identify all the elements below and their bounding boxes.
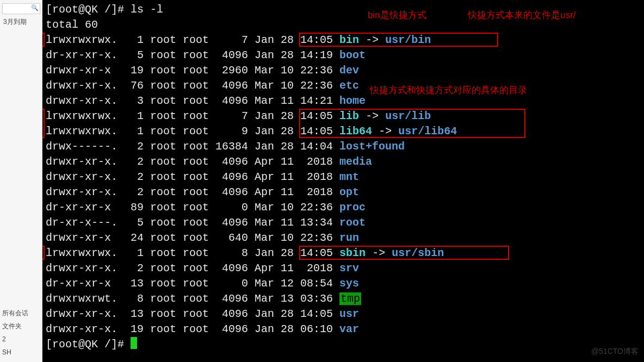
ls-row: drwxr-xr-x. 2 root root 4096 Apr 11 2018… — [46, 170, 644, 185]
ls-row: drwxrwxrwt. 8 root root 4096 Mar 13 03:3… — [46, 291, 644, 307]
ls-row: dr-xr-x---. 5 root root 4096 Mar 11 13:3… — [46, 215, 644, 230]
highlight-box-l-lib — [42, 109, 45, 138]
sidebar-bottom: 所有会话 文件夹 2 SH — [0, 307, 42, 362]
ls-row: drwxr-xr-x. 3 root root 4096 Mar 11 14:2… — [46, 93, 644, 109]
ls-row: lrwxrwxrwx. 1 root root 7 Jan 28 14:05 l… — [46, 109, 644, 124]
sidebar-item-sh[interactable]: SH — [0, 346, 42, 359]
watermark: @51CTO博客 — [591, 344, 639, 359]
sidebar-item-sessions[interactable]: 所有会话 — [0, 307, 42, 320]
ls-row: dr-xr-xr-x 13 root root 0 Mar 12 08:54 s… — [46, 276, 644, 291]
total-line: total 60 — [46, 17, 644, 33]
sidebar-top: 3月到期 — [0, 0, 42, 30]
ls-row: drwxr-xr-x. 2 root root 4096 Apr 11 2018… — [46, 185, 644, 200]
ls-row: drwxr-xr-x. 13 root root 4096 Jan 28 14:… — [46, 307, 644, 322]
sidebar: 3月到期 所有会话 文件夹 2 SH — [0, 0, 42, 362]
ls-row: drwxr-xr-x. 19 root root 4096 Jan 28 06:… — [46, 322, 644, 337]
search-input[interactable] — [2, 3, 40, 14]
ls-row: dr-xr-xr-x 89 root root 0 Mar 10 22:36 p… — [46, 200, 644, 215]
prompt-line: [root@QK /]# — [46, 337, 644, 352]
sidebar-item-folder[interactable]: 文件夹 — [0, 320, 42, 333]
highlight-box-l-sbin — [42, 246, 45, 260]
cursor — [131, 337, 137, 349]
ls-row: drwxr-xr-x 24 root root 640 Mar 10 22:36… — [46, 230, 644, 246]
ls-row: drwxr-xr-x. 76 root root 4096 Mar 10 22:… — [46, 78, 644, 93]
ls-row: dr-xr-xr-x. 5 root root 4096 Jan 28 14:1… — [46, 48, 644, 63]
ls-row: drwxr-xr-x. 2 root root 4096 Apr 11 2018… — [46, 154, 644, 170]
sidebar-top-item[interactable]: 3月到期 — [1, 15, 41, 28]
ls-row: lrwxrwxrwx. 1 root root 9 Jan 28 14:05 l… — [46, 124, 644, 139]
ls-row: drwx------. 2 root root 16384 Jan 28 14:… — [46, 139, 644, 154]
terminal[interactable]: [root@QK /]# ls -ltotal 60lrwxrwxrwx. 1 … — [42, 0, 644, 362]
highlight-box-l-bin — [42, 33, 45, 47]
prompt-line: [root@QK /]# ls -l — [46, 2, 644, 17]
ls-row: drwxr-xr-x 19 root root 2960 Mar 10 22:3… — [46, 63, 644, 78]
ls-row: lrwxrwxrwx. 1 root root 8 Jan 28 14:05 s… — [46, 246, 644, 261]
ls-row: lrwxrwxrwx. 1 root root 7 Jan 28 14:05 b… — [46, 33, 644, 48]
ls-row: drwxr-xr-x. 2 root root 4096 Apr 11 2018… — [46, 261, 644, 276]
sidebar-item-2[interactable]: 2 — [0, 333, 42, 346]
